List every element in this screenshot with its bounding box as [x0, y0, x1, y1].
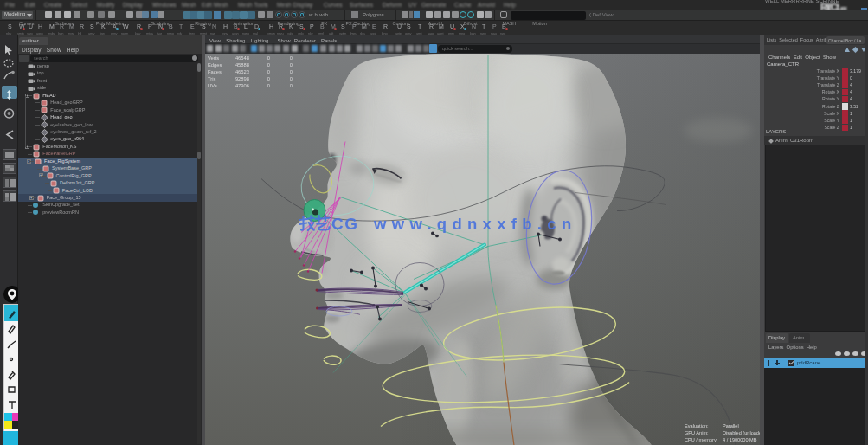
svg-text:Disabled (unloaded): Disabled (unloaded) [723, 429, 760, 435]
svg-text:0: 0 [267, 83, 270, 88]
svg-text:UVs: UVs [208, 83, 217, 88]
svg-text:0: 0 [290, 76, 293, 81]
svg-text:Faces: Faces [208, 69, 222, 74]
svg-text:CG: CG [331, 214, 359, 232]
svg-text:www.qdnxxfb.cn: www.qdnxxfb.cn [373, 214, 577, 232]
svg-text:46523: 46523 [235, 69, 249, 74]
svg-text:0: 0 [290, 69, 293, 74]
svg-text:GPU Anim:: GPU Anim: [685, 429, 709, 435]
svg-text:92898: 92898 [235, 76, 249, 81]
svg-text:Edges: Edges [208, 62, 222, 68]
svg-text:0: 0 [267, 55, 270, 61]
svg-text:Verts: Verts [208, 55, 219, 61]
svg-text:0: 0 [267, 69, 270, 74]
svg-text:4 / 1900000 MB: 4 / 1900000 MB [723, 436, 757, 442]
svg-text:0: 0 [267, 62, 270, 68]
svg-text:0: 0 [290, 62, 293, 68]
svg-text:Evaluation:: Evaluation: [685, 423, 709, 429]
svg-text:46548: 46548 [235, 55, 249, 61]
svg-text:45888: 45888 [235, 62, 249, 68]
svg-text:0: 0 [267, 76, 270, 81]
svg-text:47906: 47906 [235, 83, 249, 88]
svg-text:Parallel: Parallel [723, 423, 739, 429]
svg-text:Tris: Tris [208, 76, 216, 81]
svg-text:0: 0 [290, 83, 293, 88]
svg-text:CPU / memory:: CPU / memory: [685, 436, 718, 442]
svg-text:0: 0 [290, 55, 293, 61]
